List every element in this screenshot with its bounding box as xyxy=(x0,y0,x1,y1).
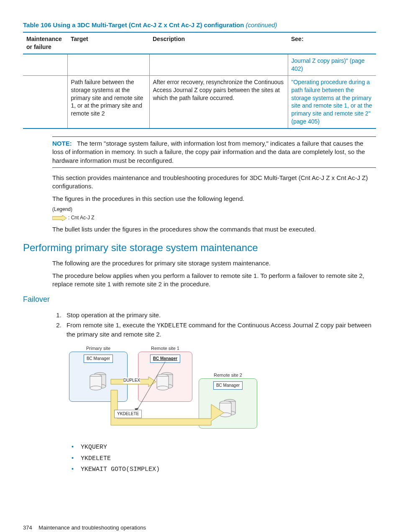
list-item: YKEWAIT GOTO(SIMPLEX) xyxy=(81,465,376,474)
inline-command: YKDELETE xyxy=(157,322,187,329)
remote1-site-label: Remote site 1 xyxy=(151,345,179,352)
list-item: YKDELETE xyxy=(81,455,376,463)
step-text: From remote site 1, execute the xyxy=(66,321,157,329)
th-see: See: xyxy=(288,32,376,54)
storage-icon xyxy=(218,398,239,419)
footer-title: Maintenance and troubleshooting operatio… xyxy=(38,524,146,531)
diagram: Primary site BC Manager Remote site 1 BC… xyxy=(69,345,376,437)
svg-point-18 xyxy=(220,413,231,417)
cell-target: Path failure between the storage systems… xyxy=(67,75,149,129)
list-item: From remote site 1, execute the YKDELETE… xyxy=(63,321,376,339)
paragraph: This section provides maintenance and tr… xyxy=(52,174,376,191)
th-target: Target xyxy=(67,32,149,54)
paragraph: The bullet lists under the figures in th… xyxy=(52,225,376,234)
see-link-1[interactable]: Journal Z copy pairs)" (page 402) xyxy=(292,57,365,72)
storage-icon xyxy=(155,371,176,392)
svg-point-12 xyxy=(157,386,169,390)
svg-point-6 xyxy=(90,386,102,390)
subsection-heading: Failover xyxy=(23,294,376,304)
storage-icon xyxy=(88,371,109,392)
config-table: Maintenance or failure Target Descriptio… xyxy=(23,32,376,129)
see-link-2[interactable]: "Operating procedure during a path failu… xyxy=(292,79,372,125)
paragraph: The procedure below applies when you per… xyxy=(52,272,376,289)
remote2-site-label: Remote site 2 xyxy=(214,372,242,378)
arrow-icon xyxy=(52,215,66,221)
table-row: Journal Z copy pairs)" (page 402) xyxy=(23,54,376,75)
paragraph: The following are the procedures for pri… xyxy=(52,259,376,267)
note-text: The term "storage system failure, with i… xyxy=(52,140,365,164)
note-block: NOTE: The term "storage system failure, … xyxy=(52,136,376,168)
note-label: NOTE: xyxy=(52,140,72,147)
th-maintenance: Maintenance or failure xyxy=(23,32,67,54)
list-item: YKQUERY xyxy=(81,443,376,452)
step-list: Stop operation at the primary site. From… xyxy=(52,311,376,339)
duplex-label: DUPLEX xyxy=(123,378,140,383)
th-description: Description xyxy=(149,32,288,54)
ykdelete-label: YKDELETE xyxy=(114,410,142,418)
bc-manager-remote2: BC Manager xyxy=(213,381,243,390)
bc-manager-remote1: BC Manager xyxy=(150,355,180,363)
table-title: Table 106 Using a 3DC Multi-Target (Cnt … xyxy=(23,21,376,29)
cell-description: After error recovery, resynchronize the … xyxy=(149,75,288,129)
page-footer: 374 Maintenance and troubleshooting oper… xyxy=(23,524,376,532)
table-title-continued: (continued) xyxy=(244,21,277,28)
legend: (Legend) : Cnt Ac-J Z xyxy=(52,206,376,221)
primary-site-label: Primary site xyxy=(86,345,110,352)
command-list: YKQUERY YKDELETE YKEWAIT GOTO(SIMPLEX) xyxy=(69,443,376,474)
step-text: Stop operation at the primary site. xyxy=(66,311,161,319)
svg-marker-0 xyxy=(52,215,66,221)
list-item: Stop operation at the primary site. xyxy=(63,311,376,319)
paragraph: The figures in the procedures in this se… xyxy=(52,195,376,203)
legend-title: (Legend) xyxy=(52,206,376,213)
table-title-text: Table 106 Using a 3DC Multi-Target (Cnt … xyxy=(23,21,244,28)
table-row: Path failure between the storage systems… xyxy=(23,75,376,129)
section-heading: Performing primary site storage system m… xyxy=(23,241,376,254)
legend-label: : Cnt Ac-J Z xyxy=(68,215,95,221)
bc-manager-primary: BC Manager xyxy=(84,355,113,363)
page-number: 374 xyxy=(23,524,32,531)
